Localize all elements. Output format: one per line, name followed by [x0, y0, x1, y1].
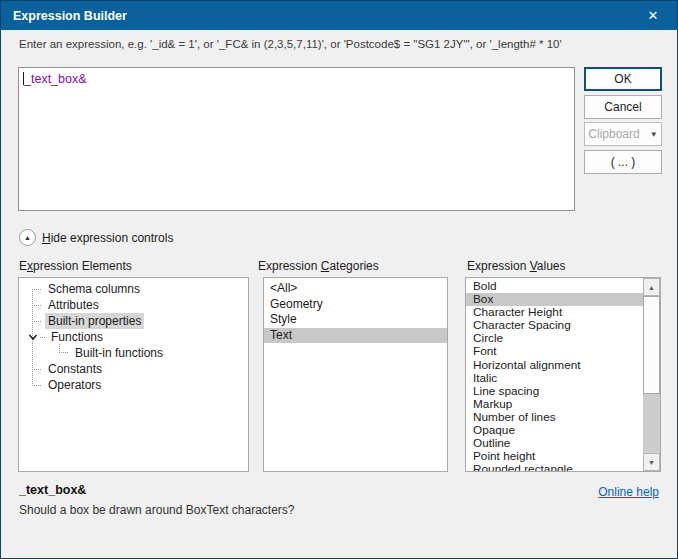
tree-connector [32, 305, 41, 306]
expression-description: Should a box be drawn around BoxText cha… [19, 503, 295, 517]
expression-value: _text_box& [24, 72, 87, 86]
title-bar[interactable]: Expression Builder [1, 1, 677, 30]
value-item-horizontal-alignment[interactable]: Horizontal alignment [466, 359, 643, 372]
tree-item-built-in-properties[interactable]: Built-in properties [19, 313, 248, 329]
category-item-text[interactable]: Text [264, 328, 447, 344]
elements-tree: Schema columnsAttributesBuilt-in propert… [19, 278, 248, 471]
tree-item-attributes[interactable]: Attributes [19, 297, 248, 313]
value-item-markup[interactable]: Markup [466, 398, 643, 411]
value-item-italic[interactable]: Italic [466, 372, 643, 385]
tree-item-label: Operators [45, 377, 104, 393]
category-item-style[interactable]: Style [264, 312, 447, 328]
expression-input[interactable]: _text_box& [18, 67, 575, 211]
expression-categories-panel: <All>GeometryStyleText [263, 277, 448, 472]
value-item-line-spacing[interactable]: Line spacing [466, 385, 643, 398]
value-item-outline[interactable]: Outline [466, 437, 643, 450]
online-help-link[interactable]: Online help [598, 485, 659, 499]
tree-item-built-in-functions[interactable]: Built-in functions [19, 345, 248, 361]
value-item-circle[interactable]: Circle [466, 332, 643, 345]
tree-item-label: Schema columns [45, 281, 143, 297]
tree-connector [32, 369, 41, 370]
value-item-character-height[interactable]: Character Height [466, 306, 643, 319]
scroll-up-icon[interactable]: ▲ [643, 278, 660, 296]
tree-item-label: Functions [48, 329, 106, 345]
expression-categories-label: Expression Categories [258, 259, 379, 273]
value-item-point-height[interactable]: Point height [466, 450, 643, 463]
instruction-text: Enter an expression, e.g. '_id& = 1', or… [19, 38, 659, 50]
tree-connector [59, 344, 68, 353]
expression-builder-dialog: Expression Builder ✕ Enter an expression… [0, 0, 678, 559]
chevron-down-icon[interactable] [28, 332, 38, 342]
tree-connector [32, 321, 41, 322]
value-item-rounded-rectangle[interactable]: Rounded rectangle [466, 463, 643, 472]
cancel-button[interactable]: Cancel [584, 95, 662, 119]
close-icon[interactable]: ✕ [637, 1, 669, 30]
tree-connector [32, 385, 41, 386]
value-item-number-of-lines[interactable]: Number of lines [466, 411, 643, 424]
collapse-icon[interactable]: ▲ [19, 229, 36, 246]
value-item-bold[interactable]: Bold [466, 280, 643, 293]
categories-list: <All>GeometryStyleText [264, 281, 447, 343]
tree-item-label: Attributes [45, 297, 102, 313]
clipboard-dropdown-button[interactable]: Clipboard ▼ [584, 122, 662, 146]
tree-connector [40, 337, 45, 338]
expression-values-panel: BoldBoxCharacter HeightCharacter Spacing… [465, 277, 661, 472]
category-item-all[interactable]: <All> [264, 281, 447, 297]
tree-item-constants[interactable]: Constants [19, 361, 248, 377]
value-item-opaque[interactable]: Opaque [466, 424, 643, 437]
scroll-down-icon[interactable]: ▼ [643, 453, 660, 471]
tree-item-schema-columns[interactable]: Schema columns [19, 281, 248, 297]
expression-elements-label: Expression Elements [19, 259, 132, 273]
values-scrollbar[interactable]: ▲ ▼ [643, 278, 660, 471]
tree-item-operators[interactable]: Operators [19, 377, 248, 393]
value-item-character-spacing[interactable]: Character Spacing [466, 319, 643, 332]
tree-connector [32, 289, 41, 290]
dialog-title: Expression Builder [13, 9, 127, 23]
value-item-box[interactable]: Box [466, 293, 643, 306]
selected-expression-name: _text_box& [19, 483, 86, 497]
expander-label: Hide expression controls [42, 231, 173, 245]
tree-item-label: Constants [45, 361, 105, 377]
tree-item-label: Built-in functions [72, 345, 166, 361]
value-item-font[interactable]: Font [466, 345, 643, 358]
parentheses-button[interactable]: ( ... ) [584, 150, 662, 174]
ok-button[interactable]: OK [584, 67, 662, 91]
tree-item-label: Built-in properties [45, 313, 144, 329]
category-item-geometry[interactable]: Geometry [264, 297, 447, 313]
tree-item-functions[interactable]: Functions [19, 329, 248, 345]
expression-values-label: Expression Values [467, 259, 566, 273]
scrollbar-thumb[interactable] [643, 296, 660, 394]
expression-elements-panel: Schema columnsAttributesBuilt-in propert… [18, 277, 249, 472]
dropdown-arrow-icon: ▼ [650, 130, 658, 139]
values-list: BoldBoxCharacter HeightCharacter Spacing… [466, 280, 643, 472]
clipboard-button-label: Clipboard [588, 127, 639, 141]
hide-expression-controls-link[interactable]: ▲ Hide expression controls [19, 229, 173, 246]
